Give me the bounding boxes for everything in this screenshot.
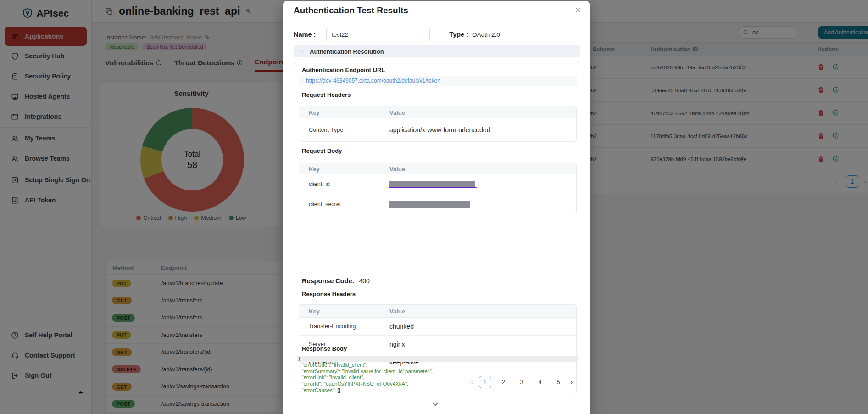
section-title: Authentication Resolution	[310, 48, 384, 55]
type-value: OAuth 2.0	[472, 31, 500, 38]
value-col-header: Value	[389, 308, 405, 314]
key-col-header: Key	[309, 109, 320, 116]
key-col-header: Key	[309, 308, 320, 314]
kv-row: client_id	[299, 174, 576, 194]
response-body-label: Response Body	[302, 345, 347, 352]
scroll-down-icon[interactable]	[431, 400, 440, 410]
kv-key: client_id	[309, 181, 330, 187]
kv-row: client_secret	[299, 194, 576, 214]
redacted-value	[389, 181, 475, 187]
code-line: "errorSummary": "Invalid value for 'clie…	[297, 369, 578, 375]
request-body-table: KeyValueclient_idclient_secret	[299, 163, 577, 214]
value-col-header: Value	[389, 165, 405, 172]
name-select-value: test22	[332, 31, 348, 38]
code-line: {	[297, 356, 578, 362]
value-col-header: Value	[389, 109, 405, 116]
auth-test-results-modal: Authentication Test Results Name : test2…	[283, 1, 590, 414]
kv-table-header: KeyValue	[299, 106, 576, 118]
section-authentication-resolution[interactable]: Authentication Resolution	[294, 45, 580, 57]
kv-table-header: KeyValue	[299, 305, 576, 318]
modal-title: Authentication Test Results	[294, 6, 408, 16]
chevron-down-icon	[419, 32, 424, 37]
response-headers-label: Response Headers	[302, 291, 356, 297]
code-line: "errorCauses": []	[297, 387, 578, 394]
code-line: "errorId": "oaenCsYIhPXRKSQ_qFO0v4XkA",	[297, 381, 578, 387]
request-headers-table: KeyValueContent-Typeapplication/x-www-fo…	[299, 106, 577, 142]
close-icon[interactable]	[575, 7, 581, 15]
code-line: "errorCode": "invalid_client",	[297, 362, 578, 369]
endpoint-url-link[interactable]: https://dev-46349057.okta.com/oauth2/def…	[306, 78, 440, 84]
response-body-code: { "errorCode": "invalid_client", "errorS…	[297, 356, 578, 394]
kv-key: Transfer-Encoding	[309, 323, 356, 330]
app-root: APIsec ApplicationsSecurity HubSecurity …	[0, 0, 868, 414]
response-code-line: Response Code:400	[302, 277, 370, 285]
kv-key: client_secret	[309, 201, 341, 207]
endpoint-url-label: Authentication Endpoint URL	[302, 67, 385, 73]
code-line: "errorLink": "invalid_client",	[297, 375, 578, 381]
key-col-header: Key	[309, 165, 320, 172]
name-select[interactable]: test22	[326, 28, 430, 41]
response-code-label: Response Code:	[302, 277, 354, 285]
name-label: Name :	[294, 31, 316, 38]
request-body-label: Request Body	[302, 147, 342, 154]
kv-row: Transfer-Encodingchunked	[299, 318, 576, 336]
kv-value: chunked	[389, 323, 414, 330]
redacted-value	[389, 201, 470, 208]
kv-row: Content-Typeapplication/x-www-form-urlen…	[299, 118, 576, 141]
auth-resolution-panel: Authentication Endpoint URL https://dev-…	[294, 62, 580, 414]
kv-value: nginx	[389, 341, 405, 348]
kv-key: Content-Type	[309, 127, 343, 133]
kv-table-header: KeyValue	[299, 163, 576, 174]
type-label: Type :	[449, 31, 468, 38]
endpoint-url-row: https://dev-46349057.okta.com/oauth2/def…	[299, 76, 577, 86]
request-headers-label: Request Headers	[302, 91, 351, 98]
response-code-value: 400	[359, 277, 369, 285]
section-collapse-icon	[300, 49, 305, 54]
kv-value: application/x-www-form-urlencoded	[389, 126, 490, 134]
